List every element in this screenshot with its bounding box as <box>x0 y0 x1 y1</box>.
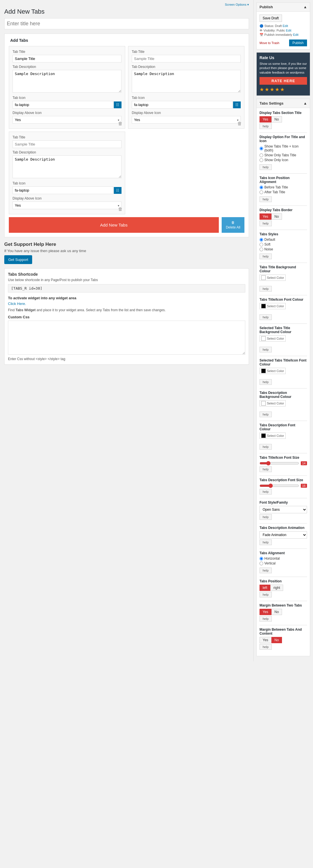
display-above-select-3[interactable]: Yes No <box>12 202 121 209</box>
tab-delete-btn-2[interactable]: 🗑 <box>237 121 242 126</box>
radio-icon-only[interactable]: Show Only Icon <box>259 158 307 162</box>
tab-desc-label-3: Tab Description <box>12 150 121 154</box>
desc-font-help-btn[interactable]: help <box>259 444 272 450</box>
radio-title-only[interactable]: Show Only Tabs Title <box>259 153 307 157</box>
display-tabs-help-btn[interactable]: help <box>259 123 272 129</box>
rate-here-button[interactable]: RATE HERE <box>259 77 307 85</box>
margin-content-toggle: Yes No <box>259 637 282 643</box>
desc-bg-picker[interactable]: Select Color <box>259 400 286 406</box>
rate-desc: Show us some love, if you like our produ… <box>259 62 307 75</box>
tab-icon-input-2[interactable] <box>132 101 232 108</box>
position-right-btn[interactable]: right <box>270 585 283 591</box>
radio-before[interactable]: Before Tab Title <box>259 185 307 189</box>
tab-icon-btn-3[interactable]: ☷ <box>114 187 121 194</box>
tab-icon-input-1[interactable] <box>12 101 113 108</box>
radio-horizontal[interactable]: Horizontal <box>259 557 307 560</box>
collapse-settings-icon[interactable]: ▲ <box>303 101 307 105</box>
margin-tabs-label: Margin Between Two Tabs <box>259 603 307 608</box>
desc-font-size-range[interactable] <box>259 484 299 488</box>
font-style-help-btn[interactable]: help <box>259 514 272 520</box>
tab-icon-btn-2[interactable]: ☷ <box>233 101 241 108</box>
title-font-color-picker[interactable]: Select Color <box>259 303 286 309</box>
title-font-size-help-btn[interactable]: help <box>259 466 272 472</box>
margin-content-help-btn[interactable]: help <box>259 644 272 650</box>
display-tabs-no-btn[interactable]: No <box>272 116 282 123</box>
position-left-btn[interactable]: left <box>259 585 270 591</box>
tab-title-input-2[interactable] <box>132 55 241 63</box>
display-above-select-1[interactable]: Yes No <box>12 116 121 124</box>
calendar-icon: 📅 <box>259 33 263 36</box>
display-above-label-2: Display Above Icon <box>132 111 241 115</box>
tab-title-label-2: Tab Title <box>132 50 241 54</box>
title-font-help-btn[interactable]: help <box>259 314 272 320</box>
font-style-select[interactable]: Open Sans <box>259 506 307 513</box>
margin-content-yes-btn[interactable]: Yes <box>259 637 272 643</box>
tab-title-input-3[interactable] <box>12 141 121 148</box>
title-font-size-label: Tabs Title/Icon Font Size <box>259 456 307 460</box>
move-trash-link[interactable]: Move to Trash <box>259 41 279 44</box>
tab-icon-btn-1[interactable]: ☷ <box>114 101 121 108</box>
desc-font-text: Select Color <box>267 434 284 437</box>
styles-help-btn[interactable]: help <box>259 253 272 259</box>
get-support-button[interactable]: Get Support <box>4 255 32 264</box>
screen-options-link[interactable]: Screen Options ▾ <box>225 3 249 6</box>
publish-time-row: 📅 Publish immediately Edit <box>259 33 307 37</box>
margin-tabs-yes-btn[interactable]: Yes <box>259 609 272 615</box>
position-help-btn[interactable]: help <box>259 592 272 597</box>
radio-after[interactable]: After Tab Title <box>259 190 307 194</box>
icon-position-help-btn[interactable]: help <box>259 196 272 202</box>
radio-default[interactable]: Default <box>259 238 307 242</box>
collapse-icon[interactable]: ▲ <box>303 5 307 9</box>
desc-animation-help-btn[interactable]: help <box>259 539 272 545</box>
tabs-widget-bold: Tabs Widget <box>16 308 35 312</box>
desc-animation-select[interactable]: Fade Animation <box>259 531 307 538</box>
delete-all-button[interactable]: 🗑 Delete All <box>222 217 245 233</box>
tab-desc-input-1[interactable]: Sample Description <box>12 70 121 93</box>
publish-button[interactable]: Publish <box>289 39 307 46</box>
radio-noise[interactable]: Noise <box>259 247 307 251</box>
selected-title-font-picker[interactable]: Select Color <box>259 368 286 374</box>
radio-vertical[interactable]: Vertical <box>259 561 307 565</box>
tab-delete-btn-3[interactable]: 🗑 <box>118 207 123 212</box>
title-input[interactable] <box>4 18 249 29</box>
publish-time-label: Publish immediately <box>264 33 292 36</box>
tab-desc-input-3[interactable]: Sample Description <box>12 155 121 178</box>
display-option-help-btn[interactable]: help <box>259 164 272 170</box>
display-tabs-yes-btn[interactable]: Yes <box>259 116 272 123</box>
radio-soft-label: Soft <box>264 242 270 246</box>
border-no-btn[interactable]: No <box>272 213 282 220</box>
desc-font-picker[interactable]: Select Color <box>259 433 286 439</box>
radio-both[interactable]: Show Tabs Title + Icon (both) <box>259 144 307 152</box>
alignment-help-btn[interactable]: help <box>259 567 272 573</box>
custom-css-textarea[interactable] <box>8 320 245 355</box>
add-new-tabs-button[interactable]: Add New Tabs <box>9 217 219 233</box>
tab-icon-label-1: Tab Icon <box>12 96 121 100</box>
radio-soft[interactable]: Soft <box>259 242 307 246</box>
margin-tabs-no-btn[interactable]: No <box>272 609 282 615</box>
desc-bg-label: Tabs Description Background Colour <box>259 391 307 399</box>
margin-tabs-help-btn[interactable]: help <box>259 616 272 622</box>
border-yes-btn[interactable]: Yes <box>259 213 272 220</box>
tab-delete-btn-1[interactable]: 🗑 <box>118 121 123 126</box>
desc-font-size-help-btn[interactable]: help <box>259 489 272 495</box>
border-help-btn[interactable]: help <box>259 221 272 226</box>
tab-title-input-1[interactable] <box>12 55 121 63</box>
save-draft-button[interactable]: Save Draft <box>259 14 282 22</box>
tab-desc-input-2[interactable]: Sample Description <box>132 70 241 93</box>
status-edit-link[interactable]: Edit <box>283 24 288 28</box>
visibility-edit-link[interactable]: Edit <box>286 29 291 32</box>
desc-bg-help-btn[interactable]: help <box>259 411 272 417</box>
margin-content-no-btn[interactable]: No <box>272 637 282 643</box>
selected-title-bg-help-btn[interactable]: help <box>259 347 272 352</box>
rate-title: Rate Us <box>259 55 307 60</box>
display-above-select-2[interactable]: Yes No <box>132 116 241 124</box>
title-bg-color-picker[interactable]: Select Color <box>259 275 286 281</box>
publish-edit-link[interactable]: Edit <box>293 33 298 36</box>
click-here-link[interactable]: Click Here. <box>8 302 26 306</box>
selected-title-bg-picker[interactable]: Select Color <box>259 335 286 342</box>
radio-default-label: Default <box>264 238 275 242</box>
selected-title-font-help-btn[interactable]: help <box>259 379 272 385</box>
tab-icon-input-3[interactable] <box>12 186 113 194</box>
title-font-size-range[interactable] <box>259 461 299 466</box>
title-bg-help-btn[interactable]: help <box>259 286 272 291</box>
